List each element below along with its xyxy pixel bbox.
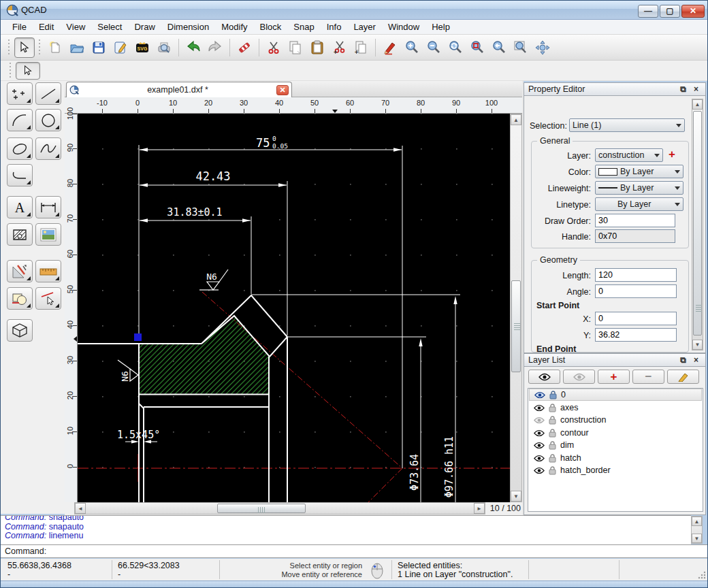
misc-tools-button[interactable] bbox=[7, 260, 33, 282]
menu-view[interactable]: View bbox=[60, 20, 91, 33]
selection-combo[interactable]: Line (1) bbox=[569, 118, 685, 132]
layer-row-axes[interactable]: axes bbox=[529, 402, 702, 414]
float-panel-icon[interactable]: ⧉ bbox=[678, 84, 688, 94]
line-tools-button[interactable] bbox=[35, 82, 61, 105]
pan-button[interactable] bbox=[532, 37, 553, 58]
scroll-up-icon[interactable]: ▲ bbox=[692, 99, 703, 110]
layer-row-dim[interactable]: dim bbox=[529, 439, 702, 451]
dimension-tools-button[interactable] bbox=[35, 196, 61, 218]
polyline-tools-button[interactable] bbox=[7, 164, 33, 186]
start-x-input[interactable] bbox=[595, 312, 677, 325]
edit-preferences-button[interactable] bbox=[110, 37, 131, 58]
add-layer-button[interactable]: + bbox=[598, 370, 630, 384]
close-panel-icon[interactable]: × bbox=[691, 355, 701, 365]
color-combo[interactable]: By Layer bbox=[595, 165, 683, 178]
angle-input[interactable] bbox=[595, 284, 677, 298]
block-tools-button[interactable] bbox=[7, 319, 33, 342]
start-y-input[interactable] bbox=[595, 328, 677, 342]
property-editor-scrollbar[interactable]: ▲ ▼ bbox=[692, 99, 703, 350]
property-editor-titlebar[interactable]: Property Editor ⧉ × bbox=[524, 82, 706, 96]
resize-grip[interactable] bbox=[698, 571, 706, 579]
remove-layer-button[interactable]: − bbox=[632, 370, 664, 384]
menu-draw[interactable]: Draw bbox=[128, 20, 161, 33]
cut-button[interactable] bbox=[263, 37, 284, 58]
close-button[interactable]: ✕ bbox=[681, 5, 705, 18]
show-all-layers-button[interactable] bbox=[528, 370, 560, 384]
layer-row-construction[interactable]: construction bbox=[529, 414, 702, 426]
scroll-up-icon[interactable]: ▲ bbox=[511, 114, 521, 125]
select-tool-button[interactable] bbox=[14, 37, 35, 58]
back-to-selection-button[interactable] bbox=[16, 62, 40, 80]
scroll-down-icon[interactable]: ▼ bbox=[692, 340, 703, 350]
panel-scroll-thumb[interactable] bbox=[693, 111, 702, 336]
layer-row-hatch-border[interactable]: hatch_border bbox=[529, 464, 702, 476]
layer-row-hatch[interactable]: hatch bbox=[529, 452, 702, 464]
add-layer-button[interactable]: + bbox=[669, 148, 675, 161]
menu-info[interactable]: Info bbox=[321, 20, 348, 33]
menu-file[interactable]: File bbox=[6, 20, 33, 33]
command-history[interactable]: Command: snapauto Command: snapauto Comm… bbox=[1, 515, 691, 544]
print-preview-button[interactable] bbox=[154, 37, 174, 58]
arc-tools-button[interactable] bbox=[7, 109, 33, 131]
zoom-in-button[interactable] bbox=[402, 37, 422, 58]
close-panel-icon[interactable]: × bbox=[691, 84, 701, 94]
menu-dimension[interactable]: Dimension bbox=[161, 20, 215, 33]
scroll-up-icon[interactable]: ▲ bbox=[692, 517, 702, 526]
modify-trim-button[interactable] bbox=[35, 287, 61, 310]
spline-tools-button[interactable] bbox=[35, 137, 61, 160]
vscroll-thumb[interactable] bbox=[511, 280, 521, 372]
layer-row-contour[interactable]: contour bbox=[529, 427, 702, 439]
auto-zoom-button[interactable] bbox=[445, 37, 466, 58]
length-input[interactable] bbox=[595, 268, 677, 282]
history-scrollbar[interactable]: ▲ ▼ bbox=[691, 516, 703, 544]
linetype-combo[interactable]: By Layer bbox=[595, 197, 683, 211]
maximize-button[interactable]: ▢ bbox=[660, 5, 680, 18]
menu-snap[interactable]: Snap bbox=[287, 20, 320, 33]
svg-export-button[interactable]: SVG bbox=[132, 37, 152, 58]
menu-modify[interactable]: Modify bbox=[215, 20, 253, 33]
redo-button[interactable] bbox=[205, 37, 225, 58]
circle-tools-button[interactable] bbox=[35, 109, 61, 131]
lineweight-combo[interactable]: By Layer bbox=[595, 181, 683, 195]
modify-tools-button[interactable] bbox=[7, 287, 33, 310]
float-panel-icon[interactable]: ⧉ bbox=[678, 355, 688, 365]
hscroll-thumb[interactable] bbox=[217, 504, 306, 513]
measure-tools-button[interactable] bbox=[35, 260, 61, 282]
hide-all-layers-button[interactable] bbox=[563, 370, 595, 384]
copy-with-reference-button[interactable]: + bbox=[351, 37, 371, 58]
text-tools-button[interactable]: A bbox=[7, 196, 33, 218]
layer-list-titlebar[interactable]: Layer List ⧉ × bbox=[524, 353, 706, 367]
draw-pencil-button[interactable] bbox=[380, 37, 400, 58]
layer-combo[interactable]: construction bbox=[595, 148, 663, 162]
viewport-vscrollbar[interactable]: ▲ ▼ bbox=[510, 114, 522, 502]
point-tools-button[interactable] bbox=[7, 82, 33, 105]
draworder-input[interactable] bbox=[595, 214, 675, 227]
scroll-right-icon[interactable]: ► bbox=[474, 503, 485, 514]
image-tools-button[interactable] bbox=[35, 223, 61, 246]
scroll-left-icon[interactable]: ◄ bbox=[75, 503, 86, 514]
zoom-to-selection-button[interactable] bbox=[467, 37, 487, 58]
save-button[interactable] bbox=[88, 37, 109, 58]
selection-handle[interactable] bbox=[134, 333, 142, 341]
undo-button[interactable] bbox=[183, 37, 204, 58]
menu-layer[interactable]: Layer bbox=[347, 20, 382, 33]
open-file-button[interactable] bbox=[67, 37, 87, 58]
document-tab[interactable]: example01.dxf * ✕ bbox=[66, 82, 292, 97]
layer-row-0[interactable]: 0 bbox=[529, 389, 702, 401]
menu-window[interactable]: Window bbox=[382, 20, 425, 33]
menu-edit[interactable]: Edit bbox=[33, 20, 60, 33]
copy-button[interactable] bbox=[285, 37, 306, 58]
viewport-hscrollbar[interactable]: ◄ ► bbox=[74, 502, 485, 514]
minimize-button[interactable]: — bbox=[638, 5, 658, 18]
title-bar[interactable]: QCAD — ▢ ✕ bbox=[1, 1, 707, 20]
menu-block[interactable]: Block bbox=[254, 20, 288, 33]
cut-with-reference-button[interactable]: + bbox=[329, 37, 349, 58]
ellipse-tools-button[interactable] bbox=[7, 137, 33, 160]
scroll-down-icon[interactable]: ▼ bbox=[511, 491, 521, 502]
menu-select[interactable]: Select bbox=[91, 20, 128, 33]
zoom-window-button[interactable] bbox=[511, 37, 531, 58]
menu-help[interactable]: Help bbox=[425, 20, 456, 33]
tab-close-button[interactable]: ✕ bbox=[276, 85, 289, 95]
new-file-button[interactable] bbox=[45, 37, 65, 58]
paste-button[interactable] bbox=[307, 37, 327, 58]
